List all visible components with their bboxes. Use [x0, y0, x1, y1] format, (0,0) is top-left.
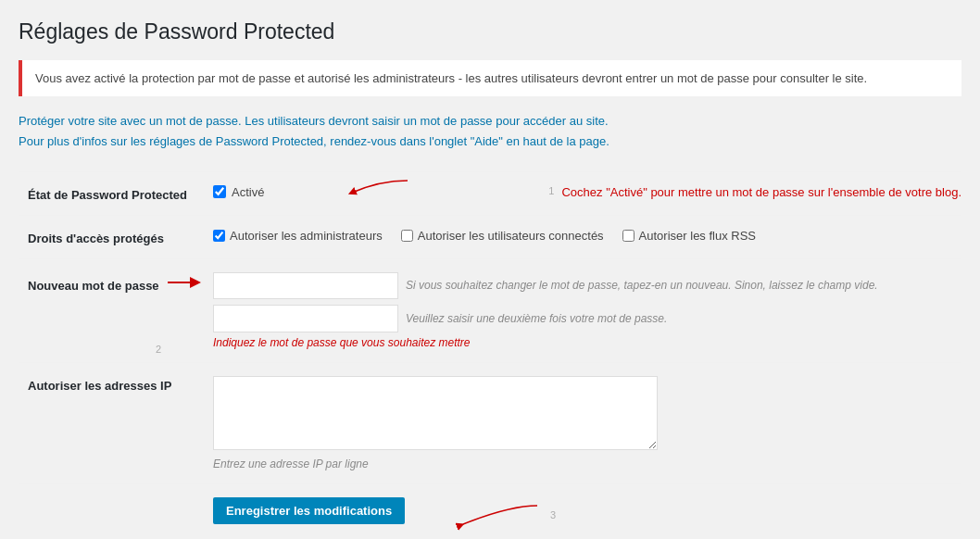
- droits-content: Autoriser les administrateurs Autoriser …: [213, 229, 952, 243]
- password-num: 2: [156, 344, 161, 355]
- save-annotation: 3: [454, 496, 556, 533]
- ip-label: Autoriser les adresses IP: [28, 376, 213, 393]
- password-error: Indiquez le mot de passe que vous souhai…: [213, 336, 952, 349]
- intro-text: Protéger votre site avec un mot de passe…: [19, 111, 961, 152]
- page-wrapper: Réglages de Password Protected Vous avez…: [0, 0, 980, 539]
- etat-annotation-text: Cochez "Activé" pour mettre un mot de pa…: [561, 185, 961, 199]
- droits-admin-checkbox[interactable]: [213, 230, 225, 242]
- notice-box: Vous avez activé la protection par mot d…: [19, 60, 961, 97]
- droits-users-label[interactable]: Autoriser les utilisateurs connectés: [418, 229, 604, 243]
- save-content: Enregistrer les modifications 3: [213, 497, 952, 524]
- password-input1[interactable]: [213, 272, 398, 300]
- ip-textarea[interactable]: [213, 376, 658, 450]
- etat-num: 1: [548, 185, 554, 196]
- droits-row: Droits d'accès protégés Autoriser les ad…: [19, 216, 961, 259]
- droits-rss-item: Autoriser les flux RSS: [622, 229, 756, 243]
- droits-users-item: Autoriser les utilisateurs connectés: [401, 229, 604, 243]
- etat-checkbox-label[interactable]: Activé: [232, 185, 264, 199]
- ip-hint: Entrez une adresse IP par ligne: [213, 458, 952, 470]
- intro-line2: Pour plus d'infos sur les réglages de Pa…: [19, 134, 609, 148]
- droits-items: Autoriser les administrateurs Autoriser …: [213, 229, 952, 243]
- password-content: Si vous souhaitez changer le mot de pass…: [213, 272, 952, 349]
- droits-rss-checkbox[interactable]: [622, 230, 634, 242]
- password-fields: Si vous souhaitez changer le mot de pass…: [213, 272, 952, 332]
- save-arrow-svg: [454, 496, 547, 533]
- password-input2[interactable]: [213, 305, 398, 332]
- etat-row: État de Password Protected Activé 1: [19, 171, 961, 216]
- arrow-right-svg: [168, 275, 205, 290]
- password-label: Nouveau mot de passe: [28, 272, 213, 293]
- arrow-to-checkbox: [343, 176, 417, 204]
- password-field1-row: Si vous souhaitez changer le mot de pass…: [213, 272, 952, 300]
- intro-line1: Protéger votre site avec un mot de passe…: [19, 114, 609, 128]
- page-title: Réglages de Password Protected: [19, 19, 961, 46]
- droits-rss-label[interactable]: Autoriser les flux RSS: [639, 229, 756, 243]
- password-arrow: [168, 275, 205, 293]
- password-field2-row: Veuillez saisir une deuxième fois votre …: [213, 305, 952, 332]
- droits-admin-label[interactable]: Autoriser les administrateurs: [230, 229, 383, 243]
- password-hint1: Si vous souhaitez changer le mot de pass…: [406, 279, 878, 292]
- notice-text: Vous avez activé la protection par mot d…: [35, 71, 867, 85]
- ip-content: Entrez une adresse IP par ligne: [213, 376, 952, 470]
- etat-label: État de Password Protected: [28, 185, 213, 202]
- droits-label: Droits d'accès protégés: [28, 229, 213, 245]
- password-hint2: Veuillez saisir une deuxième fois votre …: [406, 312, 667, 325]
- password-row: Nouveau mot de passe Si vous souhaitez c: [19, 259, 961, 363]
- etat-annotation-area: 1 Cochez "Activé" pour mettre un mot de …: [548, 185, 961, 199]
- droits-users-checkbox[interactable]: [401, 230, 413, 242]
- save-num: 3: [550, 509, 556, 520]
- save-button[interactable]: Enregistrer les modifications: [213, 497, 405, 524]
- etat-checkbox[interactable]: [213, 185, 226, 198]
- save-row: Enregistrer les modifications 3: [19, 484, 961, 539]
- ip-row: Autoriser les adresses IP Entrez une adr…: [19, 363, 961, 484]
- droits-admin-item: Autoriser les administrateurs: [213, 229, 383, 243]
